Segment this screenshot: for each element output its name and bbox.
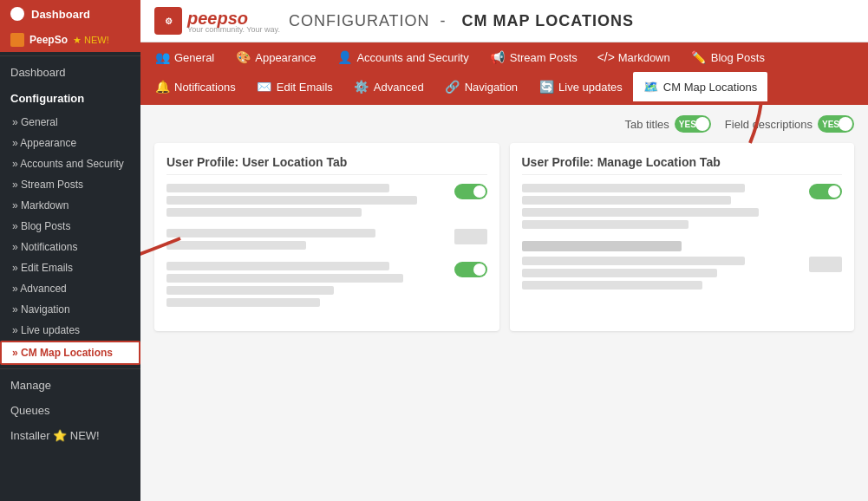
dashboard-label: Dashboard (31, 8, 90, 21)
nav-tab-edit-emails[interactable]: ✉️ Edit Emails (246, 72, 343, 101)
sidebar-item-navigation[interactable]: Navigation (0, 299, 140, 320)
peepso-logo: ⚙ peepso Your community. Your way. (154, 7, 280, 35)
nav-tab-appearance[interactable]: 🎨 Appearance (225, 42, 326, 72)
sidebar-item-blog-posts[interactable]: Blog Posts (0, 216, 140, 237)
blurred-block (522, 208, 759, 217)
sidebar-item-general[interactable]: General (0, 112, 140, 133)
tab-titles-toggle[interactable]: YES (675, 115, 711, 133)
blurred-block (522, 269, 717, 277)
sidebar-item-queues[interactable]: Queues (0, 398, 140, 423)
nav-tab-live-updates[interactable]: 🔄 Live updates (528, 72, 633, 101)
sidebar-item-notifications[interactable]: Notifications (0, 237, 140, 257)
peepso-label: PeepSo (29, 34, 68, 46)
sidebar-item-accounts-security[interactable]: Accounts and Security (0, 153, 140, 174)
sidebar-item-dashboard[interactable]: Dashboard (0, 60, 140, 85)
sidebar-divider-2 (0, 368, 140, 369)
map-icon: 🗺️ (643, 79, 659, 94)
sidebar-item-live-updates[interactable]: Live updates (0, 320, 140, 341)
nav-tabs-row1: 👥 General 🎨 Appearance 👤 Accounts and Se… (140, 42, 868, 72)
peepso-icon (10, 33, 24, 47)
tab-titles-control: Tab titles YES (625, 115, 711, 133)
sidebar-item-stream-posts[interactable]: Stream Posts (0, 174, 140, 195)
card1-row1 (166, 184, 487, 220)
nav-tab-cm-map-label: CM Map Locations (663, 81, 757, 94)
logo-text-group: peepso Your community. Your way. (187, 9, 280, 34)
logo-tagline: Your community. Your way. (187, 25, 280, 34)
nav-tab-accounts-security[interactable]: 👤 Accounts and Security (326, 42, 479, 72)
toggle-knob (473, 185, 486, 198)
nav-tab-navigation-label: Navigation (465, 81, 518, 94)
tab-titles-toggle-knob (695, 117, 709, 131)
sidebar-item-advanced[interactable]: Advanced (0, 278, 140, 299)
card1-row2 (166, 229, 487, 253)
nav-icon: 🔗 (445, 79, 460, 94)
field-descriptions-toggle-label: YES (822, 120, 839, 129)
card2-section-label (522, 241, 843, 251)
nav-tab-stream-posts[interactable]: 📢 Stream Posts (480, 42, 588, 72)
blurred-block (166, 286, 334, 295)
peepso-new-badge: ★ NEW! (73, 35, 109, 46)
nav-tab-accounts-label: Accounts and Security (356, 51, 468, 64)
nav-tab-general-label: General (174, 51, 214, 64)
card2-input1[interactable] (809, 257, 842, 272)
nav-tab-stream-label: Stream Posts (510, 51, 578, 64)
nav-tab-general[interactable]: 👥 General (144, 42, 225, 72)
field-descriptions-label: Field descriptions (725, 118, 813, 131)
card2-title: User Profile: Manage Location Tab (522, 155, 843, 175)
nav-tab-cm-map-locations[interactable]: 🗺️ CM Map Locations (633, 72, 767, 101)
card1-row3-text (166, 262, 446, 310)
sidebar-divider-1 (0, 55, 140, 56)
blurred-block (166, 262, 389, 270)
nav-tab-advanced[interactable]: ⚙️ Advanced (343, 72, 434, 101)
field-descriptions-toggle[interactable]: YES (818, 115, 854, 133)
tab-titles-toggle-label: YES (679, 120, 696, 129)
nav-tabs-row2: 🔔 Notifications ✉️ Edit Emails ⚙️ Advanc… (140, 72, 868, 105)
nav-tab-appearance-label: Appearance (255, 51, 316, 64)
sidebar-item-markdown[interactable]: Markdown (0, 195, 140, 216)
palette-icon: 🎨 (235, 49, 251, 65)
sidebar-item-manage[interactable]: Manage (0, 373, 140, 398)
sidebar-item-edit-emails[interactable]: Edit Emails (0, 257, 140, 278)
content-toolbar: Tab titles YES Field descriptions YES (154, 115, 854, 133)
pencil-icon: ✏️ (691, 49, 707, 65)
dashboard-header[interactable]: Dashboard (0, 0, 140, 28)
people-icon: 👥 (154, 49, 170, 65)
dashboard-icon (10, 7, 24, 21)
nav-tab-notifications[interactable]: 🔔 Notifications (144, 72, 246, 101)
cards-container: User Profile: User Location Tab (154, 143, 854, 331)
code-icon: </> (598, 49, 614, 65)
card-user-profile-location-tab: User Profile: User Location Tab (154, 143, 499, 331)
sidebar-item-appearance[interactable]: Appearance (0, 133, 140, 153)
nav-tab-navigation[interactable]: 🔗 Navigation (434, 72, 528, 101)
header-title-suffix: CM MAP LOCATIONS (462, 12, 634, 29)
sidebar-item-cm-map-locations[interactable]: CM Map Locations (0, 341, 140, 365)
nav-tab-markdown[interactable]: </> Markdown (588, 42, 681, 72)
card1-row3 (166, 262, 487, 310)
card1-toggle1[interactable] (454, 184, 487, 199)
main-content: ⚙ peepso Your community. Your way. CONFI… (140, 0, 868, 501)
nav-tab-blog-posts[interactable]: ✏️ Blog Posts (681, 42, 775, 72)
card1-title: User Profile: User Location Tab (166, 155, 487, 175)
nav-tab-notifications-label: Notifications (174, 81, 236, 94)
sidebar-item-installer[interactable]: Installer ⭐ NEW! (0, 423, 140, 448)
nav-tab-blog-label: Blog Posts (711, 51, 765, 64)
blurred-block (522, 281, 703, 290)
envelope-icon: ✉️ (257, 79, 272, 94)
page-title: CONFIGURATION - CM MAP LOCATIONS (289, 12, 634, 30)
nav-tab-live-updates-label: Live updates (558, 81, 623, 94)
blurred-block (166, 196, 417, 205)
peepso-header[interactable]: PeepSo ★ NEW! (0, 28, 140, 52)
card1-row2-text (166, 229, 446, 253)
sidebar-item-configuration[interactable]: Configuration (0, 85, 140, 112)
card2-toggle1[interactable] (809, 184, 842, 199)
blurred-block (522, 184, 745, 192)
card2-row2 (522, 257, 843, 293)
card1-row1-text (166, 184, 446, 220)
stream-icon: 📢 (490, 49, 506, 65)
card1-input1[interactable] (454, 229, 487, 244)
field-descriptions-control: Field descriptions YES (725, 115, 854, 133)
card1-toggle2[interactable] (454, 262, 487, 277)
tab-titles-label: Tab titles (625, 118, 669, 131)
card2-row1-text (522, 184, 801, 232)
card2-row1 (522, 184, 843, 232)
